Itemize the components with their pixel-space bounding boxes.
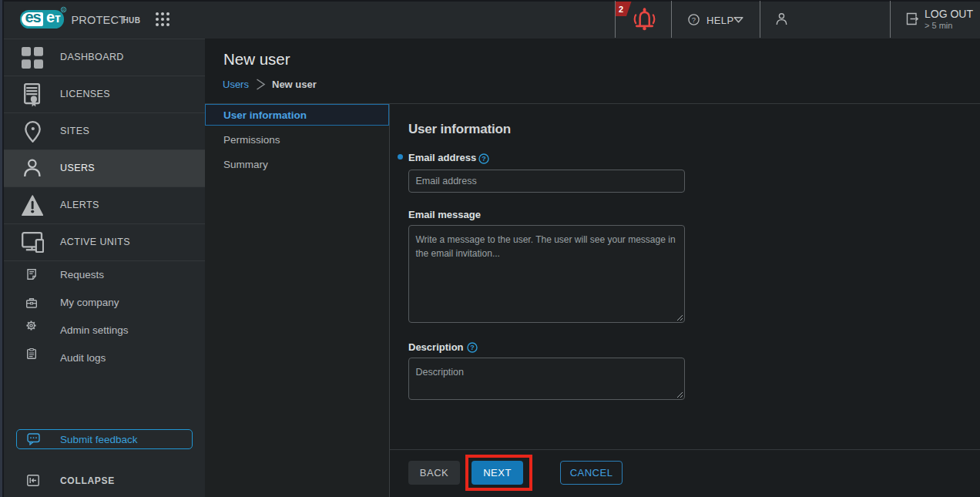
svg-text:?: ? xyxy=(470,344,475,351)
svg-text:?: ? xyxy=(692,15,696,24)
svg-text:R: R xyxy=(62,8,65,12)
svg-text:?: ? xyxy=(482,155,486,163)
svg-text:2: 2 xyxy=(619,5,623,14)
